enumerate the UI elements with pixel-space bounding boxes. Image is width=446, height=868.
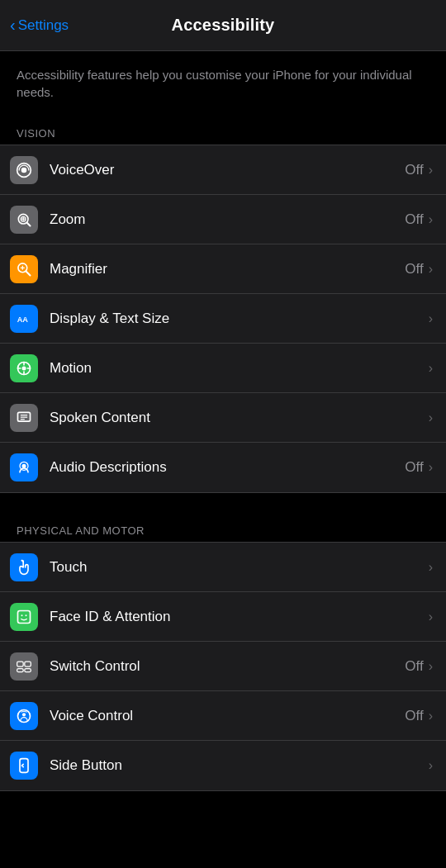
list-item-touch[interactable]: Touch› [0, 543, 446, 592]
switch-control-value: Off [405, 658, 423, 675]
audio-descriptions-label: Audio Descriptions [50, 459, 167, 476]
motion-label: Motion [50, 360, 92, 377]
touch-icon [10, 553, 38, 581]
back-button[interactable]: ‹ Settings [10, 16, 69, 35]
audio-descriptions-right: Off› [405, 459, 433, 476]
list-item-audio-descriptions[interactable]: Audio DescriptionsOff› [0, 443, 446, 492]
side-button-right: › [427, 758, 433, 773]
section-list-vision: VoiceOverOff›ZoomOff›MagnifierOff›AADisp… [0, 145, 446, 493]
list-item-side-button[interactable]: Side Button› [0, 741, 446, 790]
motion-chevron-icon: › [429, 361, 433, 376]
switch-control-right: Off› [405, 658, 433, 675]
voice-control-value: Off [405, 708, 423, 724]
display-text-size-icon: AA [10, 305, 38, 333]
zoom-content: ZoomOff› [50, 211, 433, 228]
svg-text:AA: AA [17, 315, 29, 324]
switch-control-icon [10, 652, 38, 681]
spoken-content-chevron-icon: › [429, 410, 433, 425]
svg-rect-23 [17, 662, 24, 666]
voiceover-icon [10, 156, 38, 184]
zoom-icon [10, 206, 38, 234]
voice-control-chevron-icon: › [429, 709, 433, 723]
spoken-content-icon [10, 404, 38, 432]
motion-icon [10, 354, 38, 382]
audio-descriptions-chevron-icon: › [429, 460, 433, 475]
list-item-faceid[interactable]: Face ID & Attention› [0, 592, 446, 642]
touch-label: Touch [50, 559, 87, 576]
spoken-content-content: Spoken Content› [50, 410, 433, 426]
switch-control-label: Switch Control [50, 658, 140, 675]
svg-point-28 [22, 713, 26, 716]
zoom-chevron-icon: › [429, 212, 433, 227]
voiceover-label: VoiceOver [50, 162, 114, 178]
zoom-label: Zoom [50, 211, 85, 228]
magnifier-chevron-icon: › [429, 262, 433, 277]
section-header-physical-motor: PHYSICAL AND MOTOR [0, 516, 446, 542]
side-button-content: Side Button› [50, 757, 433, 774]
magnifier-value: Off [405, 261, 423, 277]
svg-line-3 [27, 222, 31, 225]
navigation-header: ‹ Settings Accessibility [0, 0, 446, 51]
section-header-vision: VISION [0, 119, 446, 145]
magnifier-label: Magnifier [50, 261, 107, 277]
list-item-switch-control[interactable]: Switch ControlOff› [0, 642, 446, 691]
page-title: Accessibility [172, 16, 275, 35]
svg-rect-26 [25, 668, 31, 671]
voice-control-icon [10, 702, 38, 730]
faceid-label: Face ID & Attention [50, 609, 170, 625]
svg-rect-29 [20, 759, 28, 773]
touch-chevron-icon: › [429, 560, 433, 575]
side-button-icon [10, 752, 38, 780]
faceid-chevron-icon: › [429, 609, 433, 624]
zoom-value: Off [405, 211, 423, 228]
svg-rect-25 [17, 668, 24, 671]
side-button-label: Side Button [50, 757, 122, 774]
voiceover-value: Off [405, 162, 423, 178]
magnifier-right: Off› [405, 261, 433, 277]
spoken-content-right: › [427, 410, 433, 425]
voice-control-label: Voice Control [50, 708, 133, 724]
switch-control-content: Switch ControlOff› [50, 658, 433, 675]
svg-point-22 [26, 614, 27, 616]
audio-descriptions-content: Audio DescriptionsOff› [50, 459, 433, 476]
side-button-chevron-icon: › [429, 758, 433, 773]
voice-control-right: Off› [405, 708, 433, 724]
list-item-zoom[interactable]: ZoomOff› [0, 195, 446, 244]
list-item-voice-control[interactable]: Voice ControlOff› [0, 691, 446, 741]
list-item-motion[interactable]: Motion› [0, 344, 446, 393]
zoom-right: Off› [405, 211, 433, 228]
display-text-size-content: Display & Text Size› [50, 311, 433, 327]
back-label: Settings [18, 17, 69, 34]
motion-right: › [427, 361, 433, 376]
svg-point-13 [22, 366, 26, 370]
svg-point-1 [21, 167, 27, 173]
voiceover-chevron-icon: › [429, 163, 433, 178]
accessibility-description: Accessibility features help you customis… [0, 51, 446, 112]
list-item-magnifier[interactable]: MagnifierOff› [0, 244, 446, 294]
list-item-display-text-size[interactable]: AADisplay & Text Size› [0, 294, 446, 344]
audio-descriptions-value: Off [405, 459, 423, 476]
faceid-content: Face ID & Attention› [50, 609, 433, 625]
svg-point-21 [21, 614, 23, 616]
voice-control-content: Voice ControlOff› [50, 708, 433, 724]
magnifier-icon [10, 255, 38, 283]
svg-line-8 [26, 271, 31, 275]
audio-descriptions-icon [10, 453, 38, 481]
list-item-voiceover[interactable]: VoiceOverOff› [0, 145, 446, 195]
display-text-size-label: Display & Text Size [50, 311, 169, 327]
voiceover-content: VoiceOverOff› [50, 162, 433, 178]
motion-content: Motion› [50, 360, 433, 377]
section-list-physical-motor: Touch›Face ID & Attention›Switch Control… [0, 542, 446, 791]
voiceover-right: Off› [405, 162, 433, 178]
display-text-size-chevron-icon: › [429, 311, 433, 326]
spoken-content-label: Spoken Content [50, 410, 150, 426]
touch-right: › [427, 560, 433, 575]
list-item-spoken-content[interactable]: Spoken Content› [0, 393, 446, 443]
display-text-size-right: › [427, 311, 433, 326]
svg-rect-24 [25, 662, 31, 666]
magnifier-content: MagnifierOff› [50, 261, 433, 277]
faceid-icon [10, 603, 38, 631]
svg-rect-20 [18, 610, 31, 623]
back-chevron-icon: ‹ [10, 16, 16, 35]
touch-content: Touch› [50, 559, 433, 576]
